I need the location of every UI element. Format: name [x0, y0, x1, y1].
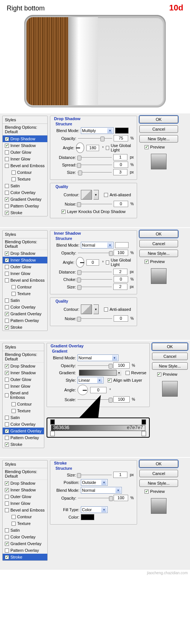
new-style-button[interactable]: New Style... [139, 250, 178, 257]
cancel-button[interactable]: Cancel [139, 470, 178, 477]
style-color-overlay[interactable]: Color Overlay [3, 534, 47, 540]
slider[interactable] [78, 277, 112, 282]
style-drop-shadow[interactable]: Drop Shadow [3, 135, 47, 142]
number-input[interactable]: 100 [114, 495, 128, 501]
anti-aliased-checkbox[interactable] [104, 307, 108, 312]
number-input[interactable]: 1 [113, 154, 128, 160]
slider[interactable] [77, 473, 112, 477]
contour-thumb[interactable] [81, 304, 92, 314]
style-texture[interactable]: Texture [3, 520, 47, 527]
checkbox[interactable] [5, 488, 9, 492]
checkbox[interactable] [5, 508, 9, 512]
style-stroke[interactable]: Stroke [3, 441, 44, 448]
angle-dial[interactable] [77, 385, 88, 395]
select[interactable]: Color▾ [81, 506, 108, 513]
checkbox[interactable] [5, 137, 9, 141]
checkbox[interactable] [5, 371, 9, 375]
checkbox[interactable] [5, 319, 9, 323]
cancel-button[interactable]: Cancel [139, 240, 178, 247]
checkbox[interactable] [12, 292, 16, 296]
style-pattern-overlay[interactable]: Pattern Overlay [3, 434, 44, 441]
style-gradient-overlay[interactable]: Gradient Overlay [3, 196, 47, 203]
number-input[interactable]: 3 [113, 169, 128, 175]
style-outer-glow[interactable]: Outer Glow [3, 263, 47, 270]
select[interactable]: Normal▾ [77, 354, 118, 361]
angle-dial[interactable] [76, 143, 84, 153]
checkbox[interactable] [5, 429, 9, 433]
number-input[interactable]: 2 [113, 269, 128, 275]
style-satin[interactable]: Satin [3, 297, 47, 304]
use-global-light-checkbox[interactable] [106, 146, 109, 150]
style-drop-shadow[interactable]: Drop Shadow [3, 363, 44, 369]
style-outer-glow[interactable]: Outer Glow [3, 376, 44, 383]
style-gradient-overlay[interactable]: Gradient Overlay [3, 428, 44, 434]
style-stroke[interactable]: Stroke [3, 209, 47, 216]
slider[interactable] [78, 136, 112, 141]
style-color-overlay[interactable]: Color Overlay [3, 304, 47, 310]
slider[interactable] [78, 496, 112, 500]
style-satin[interactable]: Satin [3, 182, 47, 189]
style-bevel-and-emboss[interactable]: Bevel and Emboss [3, 390, 44, 401]
slider[interactable] [78, 316, 112, 321]
checkbox[interactable] [5, 204, 9, 208]
style-drop-shadow[interactable]: Drop Shadow [3, 250, 47, 257]
color-swatch[interactable] [115, 242, 129, 248]
checkbox[interactable] [5, 278, 9, 282]
select[interactable]: Outside▾ [81, 479, 108, 486]
gradient-picker[interactable]: ▼ [79, 370, 121, 376]
style-inner-glow[interactable]: Inner Glow [3, 383, 44, 390]
style-contour[interactable]: Contour [3, 169, 47, 176]
slider[interactable] [77, 397, 112, 402]
number-input[interactable]: 100 [113, 396, 130, 403]
checkbox[interactable] [5, 144, 9, 148]
style-inner-shadow[interactable]: Inner Shadow [3, 142, 47, 149]
style-contour[interactable]: Contour [3, 401, 44, 407]
checkbox[interactable] [5, 384, 9, 388]
checkbox[interactable] [12, 402, 16, 406]
blending-options-default[interactable]: Blending Options: Default [3, 238, 47, 250]
style-color-overlay[interactable]: Color Overlay [3, 189, 47, 196]
checkbox[interactable] [5, 422, 9, 426]
chevron-down-icon[interactable]: ▾ [94, 190, 99, 200]
style-inner-shadow[interactable]: Inner Shadow [3, 487, 47, 493]
style-outer-glow[interactable]: Outer Glow [3, 493, 47, 500]
style-contour[interactable]: Contour [3, 513, 47, 520]
style-bevel-and-emboss[interactable]: Bevel and Emboss [3, 277, 47, 284]
checkbox[interactable] [5, 272, 9, 276]
checkbox[interactable] [5, 501, 9, 506]
checkbox[interactable] [5, 364, 9, 368]
checkbox[interactable] [12, 285, 16, 289]
slider[interactable] [77, 285, 112, 289]
style-bevel-and-emboss[interactable]: Bevel and Emboss [3, 507, 47, 513]
style-contour[interactable]: Contour [3, 284, 47, 290]
anti-aliased-checkbox[interactable] [104, 193, 108, 197]
checkbox[interactable] [12, 171, 16, 175]
chevron-down-icon[interactable]: ▾ [94, 304, 99, 314]
number-input[interactable]: 0 [114, 315, 128, 322]
slider[interactable] [77, 170, 112, 175]
ok-button[interactable]: OK [139, 460, 178, 468]
checkbox[interactable] [5, 548, 9, 553]
style-stroke[interactable]: Stroke [3, 324, 47, 331]
checkbox[interactable] [5, 197, 9, 201]
new-style-button[interactable]: New Style... [139, 135, 178, 143]
ok-button[interactable]: OK [152, 343, 188, 350]
checkbox[interactable] [5, 191, 9, 195]
number-input[interactable]: 1 [113, 472, 128, 478]
style-color-overlay[interactable]: Color Overlay [3, 421, 44, 428]
blending-options-default[interactable]: Blending Options: Default [3, 351, 44, 363]
new-style-button[interactable]: New Style... [139, 479, 178, 487]
style-satin[interactable]: Satin [3, 414, 44, 421]
checkbox[interactable] [12, 177, 16, 181]
blending-options-default[interactable]: Blending Options: Default [3, 468, 47, 480]
checkbox[interactable] [5, 312, 9, 316]
style-gradient-overlay[interactable]: Gradient Overlay [3, 540, 47, 547]
checkbox[interactable] [5, 378, 9, 382]
checkbox[interactable] [5, 393, 9, 397]
style-bevel-and-emboss[interactable]: Bevel and Emboss [3, 162, 47, 169]
style-drop-shadow[interactable]: Drop Shadow [3, 480, 47, 487]
preview-checkbox[interactable] [145, 260, 149, 264]
checkbox[interactable] [5, 258, 9, 262]
checkbox[interactable] [5, 535, 9, 539]
angle-dial[interactable] [76, 257, 84, 268]
